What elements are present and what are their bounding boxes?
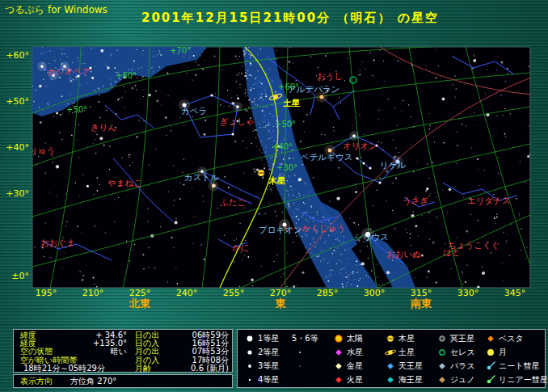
info-value: 18時21分～05時29分 xyxy=(20,365,127,373)
legend-item: 1等星 xyxy=(244,333,279,344)
legend-item: ジュノ xyxy=(436,374,475,386)
legend-symbol-faint1 xyxy=(294,347,306,358)
star-name-label: カストル xyxy=(184,172,219,182)
legend-symbol-mag4 xyxy=(244,374,255,386)
info-row: 18時21分～05時29分 xyxy=(20,365,127,373)
legend-item: 4等星 xyxy=(244,374,279,386)
bright-star xyxy=(231,133,234,135)
direction-label: 東 xyxy=(275,297,287,310)
legend-label: 火星 xyxy=(347,374,363,386)
star-name-label: シリウス xyxy=(354,232,389,242)
legend-item: 5・6等 xyxy=(289,333,318,344)
legend-label: セレス xyxy=(450,347,475,358)
azimuth-axis-label: 330° xyxy=(457,288,479,298)
bright-star xyxy=(369,166,371,169)
azimuth-axis-label: 195° xyxy=(36,288,57,298)
azimuth-axis-label: 300° xyxy=(364,288,386,298)
constellation-name-label: カシオペア xyxy=(47,66,91,76)
star-name-label: リゲル xyxy=(380,160,406,170)
grid-value-label: +50° xyxy=(275,120,296,129)
legend-item: パラス xyxy=(436,360,475,372)
grid-value-label: +50° xyxy=(66,105,87,114)
star-name-label: ベテルギウス xyxy=(301,152,352,162)
grid-value-label: +70° xyxy=(170,46,191,55)
legend-symbol-venus xyxy=(333,360,344,372)
legend-item: 太陽 xyxy=(333,333,363,344)
info-row: 月齢0.6 (新月) xyxy=(135,365,229,373)
legend-label: 太陽 xyxy=(347,333,363,344)
legend-label: リニアー彗星 xyxy=(499,374,548,386)
bright-star xyxy=(378,181,381,183)
constellation-name-label: ちょうこくぐ xyxy=(448,240,500,251)
legend-symbol-faint2 xyxy=(294,360,306,372)
bright-star xyxy=(362,162,365,164)
legend-item: 2等星 xyxy=(244,347,279,358)
legend-label: 水星 xyxy=(347,347,363,358)
legend-symbol-mag3 xyxy=(244,360,255,372)
legend-label: ジュノ xyxy=(450,374,475,386)
info-label: 月齢 xyxy=(135,365,151,373)
planet-name-label: 木星 xyxy=(268,175,286,185)
legend-item xyxy=(294,347,306,358)
azimuth-axis-label: 255° xyxy=(223,288,245,298)
legend-symbol-mars xyxy=(333,374,344,386)
legend-symbol-pluto xyxy=(436,333,448,344)
azimuth-axis-label: 345° xyxy=(504,288,526,298)
azimuth-axis-label: 210° xyxy=(82,288,104,298)
constellation-name-label: りゅう xyxy=(29,145,55,156)
legend-symbol-mag1 xyxy=(244,333,255,344)
info-value: 0.6 (新月) xyxy=(191,365,229,373)
constellation-name-label: オリオン xyxy=(343,141,377,150)
direction-label: 北東 xyxy=(129,297,151,310)
legend-item: セレス xyxy=(436,347,475,358)
legend-item: 金星 xyxy=(333,360,363,372)
legend-symbol-moon xyxy=(485,347,496,358)
legend-item: 冥王星 xyxy=(436,333,474,344)
direction-label: 南東 xyxy=(410,297,432,310)
bright-star xyxy=(356,157,358,159)
grid-value-label: +60° xyxy=(116,71,137,80)
bright-star xyxy=(212,184,215,188)
info-right-column: 日の出06時59分日の入16時51分月の出07時53分月の入17時08分月齢0.… xyxy=(135,331,229,373)
altitude-axis-label: +40° xyxy=(6,142,29,153)
legend-symbol-comet-linear xyxy=(485,374,496,386)
planet-name-label: 土星 xyxy=(283,98,301,107)
bright-star xyxy=(210,94,213,96)
constellation-name-label: きりん xyxy=(91,122,116,132)
legend-label: ベスタ xyxy=(499,333,524,344)
legend-item: 水星 xyxy=(333,347,363,358)
legend-symbol-uranus xyxy=(385,360,396,372)
star-name-label: プロキオン xyxy=(259,225,302,234)
legend-item: ベスタ xyxy=(485,333,524,344)
bright-star xyxy=(320,95,324,99)
bright-star xyxy=(352,134,356,137)
legend-item: リニアー彗星 xyxy=(485,374,548,386)
legend-item: 木星 xyxy=(385,333,415,344)
view-direction-panel: 表示方向 方位角 270° xyxy=(13,374,233,388)
star-name-label: カペラ xyxy=(181,106,207,116)
constellation-name-label: やまねこ xyxy=(107,178,142,188)
legend-symbol-sun xyxy=(333,333,344,344)
legend-item: 海王星 xyxy=(385,374,423,386)
legend-symbol-comet-neat xyxy=(485,360,496,372)
grid-value-label: +40° xyxy=(272,142,293,151)
legend-label: 天王星 xyxy=(398,360,423,372)
planet-symbol-saturn xyxy=(273,95,278,99)
azimuth-axis-label: 285° xyxy=(317,288,339,298)
legend-item xyxy=(294,360,306,372)
legend-item: 火星 xyxy=(333,374,363,386)
legend-symbol-neptune xyxy=(385,374,396,386)
constellation-name-label: エリダナス xyxy=(467,196,511,205)
constellation-name-label: ぎょしゃ xyxy=(220,116,255,126)
legend-symbol-mag2 xyxy=(244,347,255,358)
bright-star xyxy=(40,65,44,68)
legend-label: ニート彗星 xyxy=(499,360,539,372)
legend-symbol-ceres xyxy=(436,347,448,358)
legend-symbol-saturn xyxy=(385,347,396,358)
info-value: 暗い xyxy=(111,348,127,356)
azimuth-axis-label: 240° xyxy=(176,288,198,298)
altitude-axis-label: ±0° xyxy=(11,271,29,281)
constellation-name-label: ふたご xyxy=(220,197,246,207)
info-left-column: 緯度+ 34.6°経度+135.0°空の状態暗い空が暗い時間帯18時21分～05… xyxy=(20,331,127,373)
view-direction-label: 表示方向 xyxy=(20,376,53,387)
